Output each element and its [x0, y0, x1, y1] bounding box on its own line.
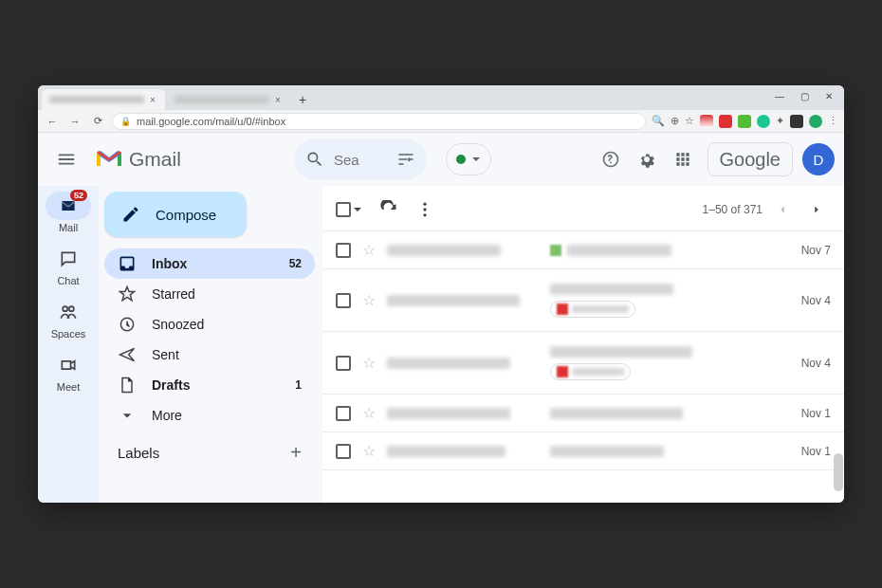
- folder-inbox[interactable]: Inbox 52: [104, 248, 315, 279]
- refresh-icon[interactable]: [379, 200, 398, 219]
- inbox-icon: [118, 254, 137, 273]
- row-checkbox[interactable]: [336, 243, 351, 258]
- more-icon[interactable]: [415, 200, 434, 219]
- minimize-button[interactable]: —: [768, 87, 791, 104]
- send-icon: [118, 345, 137, 364]
- browser-tab-inactive[interactable]: ×: [167, 89, 290, 110]
- folder-label: Snoozed: [152, 317, 204, 332]
- svg-point-4: [423, 208, 426, 211]
- message-row[interactable]: ☆ Nov 1: [322, 432, 844, 470]
- search-bar[interactable]: [294, 138, 427, 180]
- extension-icon[interactable]: [757, 115, 770, 128]
- forward-button[interactable]: →: [66, 116, 83, 127]
- star-toggle[interactable]: ☆: [362, 291, 376, 309]
- url-field[interactable]: 🔒 mail.google.com/mail/u/0/#inbox: [112, 113, 646, 130]
- folder-label: Inbox: [152, 256, 187, 271]
- message-row[interactable]: ☆ Nov 4: [322, 269, 844, 332]
- maximize-button[interactable]: ▢: [793, 87, 816, 104]
- settings-button[interactable]: [630, 142, 664, 176]
- row-checkbox[interactable]: [336, 356, 351, 371]
- gmail-body: 52 Mail Chat Spaces Meet: [38, 186, 844, 503]
- extension-icon[interactable]: [790, 115, 803, 128]
- extension-icon[interactable]: [700, 115, 713, 128]
- folder-starred[interactable]: Starred: [104, 279, 315, 309]
- folder-drafts[interactable]: Drafts 1: [104, 370, 315, 400]
- back-button[interactable]: ←: [44, 116, 61, 127]
- gmail-header: Gmail Google D: [38, 133, 844, 186]
- folder-sent[interactable]: Sent: [104, 340, 315, 370]
- message-list-pane: 1–50 of 371 ☆: [322, 188, 844, 503]
- row-checkbox[interactable]: [336, 406, 351, 421]
- rail-item-meet[interactable]: Meet: [46, 347, 91, 396]
- rail-item-mail[interactable]: 52 Mail: [46, 188, 91, 237]
- url-text: mail.google.com/mail/u/0/#inbox: [137, 116, 285, 127]
- gear-icon: [637, 150, 656, 169]
- attachment-chip[interactable]: [550, 363, 631, 380]
- star-icon: [118, 285, 137, 303]
- tab-strip: × × + — ▢ ✕: [38, 85, 844, 110]
- next-page-button[interactable]: [802, 195, 831, 224]
- rail-item-spaces[interactable]: Spaces: [46, 294, 91, 343]
- help-button[interactable]: [594, 142, 628, 176]
- compose-label: Compose: [156, 207, 216, 223]
- overflow-icon[interactable]: ⋮: [828, 115, 838, 127]
- draft-icon: [118, 376, 137, 395]
- spaces-icon: [59, 303, 78, 322]
- search-icon: [305, 150, 324, 169]
- apps-button[interactable]: [666, 142, 700, 176]
- new-tab-button[interactable]: +: [292, 89, 313, 110]
- reload-button[interactable]: ⟳: [89, 115, 106, 127]
- svg-point-5: [423, 213, 426, 216]
- rail-item-chat[interactable]: Chat: [46, 241, 91, 290]
- rail-label: Mail: [59, 222, 78, 233]
- chevron-down-icon: [118, 406, 137, 425]
- message-row[interactable]: ☆ Nov 1: [322, 395, 844, 432]
- chevron-down-icon: [471, 155, 481, 164]
- puzzle-icon[interactable]: ✦: [776, 115, 784, 127]
- close-icon[interactable]: ×: [273, 95, 283, 105]
- tune-icon[interactable]: [396, 150, 415, 169]
- star-toggle[interactable]: ☆: [362, 354, 376, 372]
- zoom-icon[interactable]: ⊕: [671, 115, 679, 127]
- message-row[interactable]: ☆ Nov 4: [322, 332, 844, 395]
- row-checkbox[interactable]: [336, 293, 351, 308]
- prev-page-button[interactable]: [768, 195, 797, 224]
- profile-icon[interactable]: [809, 115, 822, 128]
- google-chip[interactable]: Google: [707, 142, 794, 176]
- compose-button[interactable]: Compose: [104, 192, 247, 237]
- chevron-down-icon: [353, 205, 362, 214]
- message-row[interactable]: ☆ Nov 7: [322, 231, 844, 269]
- extension-icons: 🔍 ⊕ ☆ ✦ ⋮: [652, 115, 838, 128]
- menu-toggle[interactable]: [47, 149, 85, 170]
- extension-icon[interactable]: [719, 115, 732, 128]
- row-checkbox[interactable]: [336, 444, 351, 459]
- row-date: Nov 7: [783, 244, 831, 257]
- bookmark-icon[interactable]: ☆: [685, 115, 694, 127]
- active-status-icon: [456, 155, 466, 164]
- avatar[interactable]: D: [802, 143, 835, 175]
- clock-icon: [118, 315, 137, 334]
- close-window-button[interactable]: ✕: [818, 87, 840, 104]
- attachment-chip[interactable]: [550, 301, 635, 318]
- meet-icon: [59, 356, 78, 375]
- folder-count: 1: [295, 378, 302, 392]
- extension-icon[interactable]: [738, 115, 751, 128]
- row-date: Nov 1: [783, 445, 831, 458]
- add-label-button[interactable]: +: [290, 442, 302, 464]
- row-date: Nov 4: [783, 294, 831, 307]
- page-range: 1–50 of 371: [703, 203, 763, 216]
- search-input[interactable]: [334, 152, 372, 168]
- select-all[interactable]: [336, 202, 362, 217]
- search-icon[interactable]: 🔍: [652, 115, 665, 127]
- close-icon[interactable]: ×: [148, 95, 157, 105]
- browser-tab-active[interactable]: ×: [42, 89, 165, 110]
- folder-snoozed[interactable]: Snoozed: [104, 309, 315, 340]
- status-chip[interactable]: [446, 143, 491, 175]
- gmail-brand[interactable]: Gmail: [95, 148, 285, 171]
- folder-more[interactable]: More: [104, 400, 315, 431]
- labels-header: Labels +: [104, 431, 315, 468]
- star-toggle[interactable]: ☆: [362, 241, 376, 259]
- star-toggle[interactable]: ☆: [362, 442, 376, 460]
- star-toggle[interactable]: ☆: [362, 404, 376, 422]
- scrollbar-thumb[interactable]: [834, 453, 843, 491]
